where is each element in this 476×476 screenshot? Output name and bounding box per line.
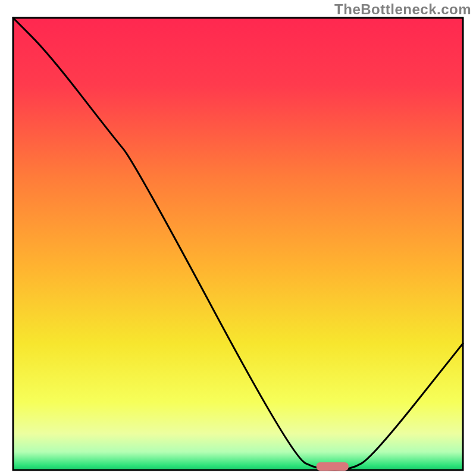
bottleneck-chart (0, 0, 476, 476)
chart-container: TheBottleneck.com (0, 0, 476, 476)
watermark-text: TheBottleneck.com (334, 1, 471, 18)
optimal-marker (317, 462, 349, 471)
plot-background (13, 18, 463, 470)
